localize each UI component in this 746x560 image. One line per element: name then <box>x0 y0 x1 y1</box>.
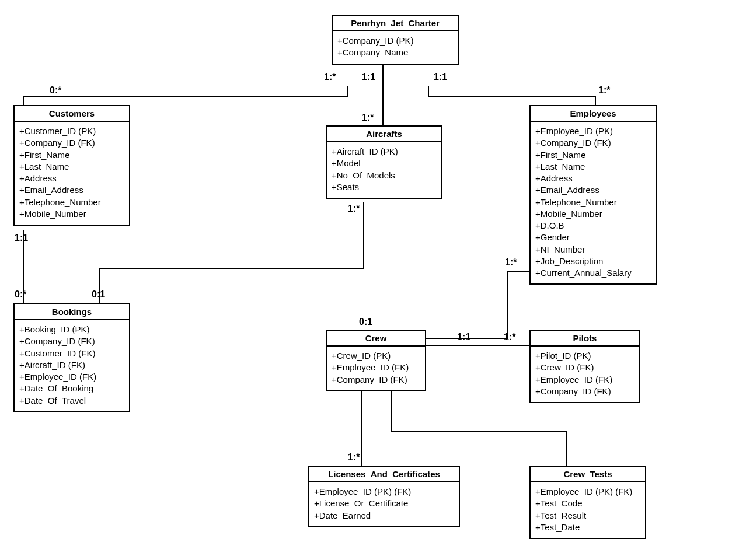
cardinality-label: 1:1 <box>434 72 447 82</box>
entity-attrs: +Employee_ID (PK) (FK) +License_Or_Certi… <box>309 482 459 526</box>
cardinality-label: 1:* <box>348 452 360 463</box>
entity-title: Crew <box>327 331 425 346</box>
attr: +Employee_ID (PK) <box>535 125 651 137</box>
attr: +Company_ID (PK) <box>337 35 453 47</box>
entity-attrs: +Booking_ID (PK) +Company_ID (FK) +Custo… <box>15 320 129 411</box>
attr: +First_Name <box>535 149 651 161</box>
entity-title: Licenses_And_Certificates <box>309 467 459 482</box>
entity-title: Penrhyn_Jet_Charter <box>333 16 458 32</box>
cardinality-label: 0:1 <box>359 317 372 327</box>
entity-attrs: +Aircraft_ID (PK) +Model +No_Of_Models +… <box>327 142 441 198</box>
entity-title: Pilots <box>531 331 639 346</box>
attr: +Mobile_Number <box>19 208 124 220</box>
entity-aircrafts: Aircrafts +Aircraft_ID (PK) +Model +No_O… <box>326 125 442 199</box>
entity-attrs: +Company_ID (PK) +Company_Name <box>333 32 458 64</box>
attr: +Last_Name <box>535 161 651 173</box>
attr: +Test_Result <box>535 510 640 522</box>
entity-customers: Customers +Customer_ID (PK) +Company_ID … <box>13 105 130 226</box>
entity-crewtests: Crew_Tests +Employee_ID (PK) (FK) +Test_… <box>529 466 646 539</box>
attr: +Date_Of_Booking <box>19 383 124 394</box>
attr: +Customer_ID (FK) <box>19 348 124 359</box>
attr: +Company_ID (FK) <box>332 374 420 386</box>
attr: +Mobile_Number <box>535 208 651 220</box>
cardinality-label: 1:1 <box>15 233 28 243</box>
attr: +Crew_ID (FK) <box>535 362 635 373</box>
cardinality-label: 1:* <box>505 257 517 268</box>
attr: +D.O.B <box>535 220 651 232</box>
entity-attrs: +Employee_ID (PK) (FK) +Test_Code +Test_… <box>531 482 645 538</box>
cardinality-label: 1:* <box>504 332 515 342</box>
entity-crew: Crew +Crew_ID (PK) +Employee_ID (FK) +Co… <box>326 330 426 391</box>
entity-employees: Employees +Employee_ID (PK) +Company_ID … <box>529 105 657 285</box>
attr: +Job_Description <box>535 256 651 267</box>
attr: +Aircraft_ID (PK) <box>332 146 437 158</box>
attr: +Date_Earned <box>314 510 454 522</box>
entity-licenses: Licenses_And_Certificates +Employee_ID (… <box>308 466 460 527</box>
entity-penrhyn: Penrhyn_Jet_Charter +Company_ID (PK) +Co… <box>332 15 459 65</box>
attr: +NI_Number <box>535 244 651 256</box>
cardinality-label: 0:* <box>15 289 26 300</box>
attr: +Telephone_Number <box>19 197 124 208</box>
attr: +Company_ID (FK) <box>19 137 124 149</box>
attr: +Telephone_Number <box>535 197 651 208</box>
attr: +Employee_ID (FK) <box>535 374 635 386</box>
attr: +Email_Address <box>535 184 651 196</box>
attr: +Customer_ID (PK) <box>19 125 124 137</box>
attr: +Address <box>19 173 124 184</box>
attr: +Email_Address <box>19 184 124 196</box>
attr: +Date_Of_Travel <box>19 395 124 407</box>
attr: +Aircraft_ID (FK) <box>19 359 124 371</box>
attr: +Company_ID (FK) <box>535 137 651 149</box>
cardinality-label: 1:* <box>348 204 360 214</box>
attr: +Company_ID (FK) <box>535 386 635 397</box>
attr: +Test_Date <box>535 522 640 533</box>
entity-attrs: +Employee_ID (PK) +Company_ID (FK) +Firs… <box>531 122 656 284</box>
attr: +No_Of_Models <box>332 170 437 181</box>
attr: +Gender <box>535 232 651 243</box>
attr: +First_Name <box>19 149 124 161</box>
cardinality-label: 0:* <box>50 85 61 96</box>
attr: +Company_ID (FK) <box>19 335 124 347</box>
attr: +Current_Annual_Salary <box>535 267 651 279</box>
attr: +Employee_ID (FK) <box>332 362 420 373</box>
entity-title: Crew_Tests <box>531 467 645 482</box>
attr: +Employee_ID (PK) (FK) <box>535 486 640 498</box>
cardinality-label: 1:* <box>362 113 374 123</box>
attr: +Last_Name <box>19 161 124 173</box>
entity-title: Bookings <box>15 304 129 320</box>
entity-attrs: +Crew_ID (PK) +Employee_ID (FK) +Company… <box>327 346 425 390</box>
entity-title: Aircrafts <box>327 127 441 142</box>
cardinality-label: 0:1 <box>92 289 105 300</box>
cardinality-label: 1:* <box>598 85 610 96</box>
attr: +Company_Name <box>337 47 453 58</box>
attr: +Address <box>535 173 651 184</box>
attr: +Employee_ID (PK) (FK) <box>314 486 454 498</box>
cardinality-label: 1:1 <box>362 72 375 82</box>
attr: +Seats <box>332 181 437 193</box>
attr: +Test_Code <box>535 498 640 509</box>
attr: +Crew_ID (PK) <box>332 350 420 362</box>
attr: +Booking_ID (PK) <box>19 324 124 335</box>
entity-pilots: Pilots +Pilot_ID (PK) +Crew_ID (FK) +Emp… <box>529 330 640 403</box>
entity-title: Employees <box>531 106 656 122</box>
entity-attrs: +Pilot_ID (PK) +Crew_ID (FK) +Employee_I… <box>531 346 639 402</box>
attr: +Model <box>332 158 437 169</box>
cardinality-label: 1:1 <box>457 332 470 342</box>
cardinality-label: 1:* <box>324 72 336 82</box>
attr: +Employee_ID (FK) <box>19 371 124 383</box>
entity-title: Customers <box>15 106 129 122</box>
entity-bookings: Bookings +Booking_ID (PK) +Company_ID (F… <box>13 303 130 412</box>
diagram-canvas: Penrhyn_Jet_Charter +Company_ID (PK) +Co… <box>0 0 746 560</box>
attr: +Pilot_ID (PK) <box>535 350 635 362</box>
attr: +License_Or_Certificate <box>314 498 454 509</box>
entity-attrs: +Customer_ID (PK) +Company_ID (FK) +Firs… <box>15 122 129 225</box>
